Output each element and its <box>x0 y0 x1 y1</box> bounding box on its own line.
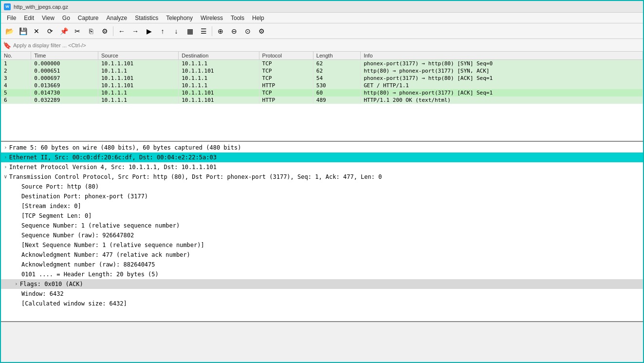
detail-text: Frame 5: 60 bytes on wire (480 bits), 60… <box>9 143 241 152</box>
detail-line[interactable]: [TCP Segment Len: 0] <box>1 211 643 221</box>
app-icon: W <box>4 3 11 10</box>
detail-line[interactable]: ›Internet Protocol Version 4, Src: 10.1.… <box>1 162 643 172</box>
cell-time: 0.013669 <box>31 82 98 89</box>
cell-protocol: TCP <box>259 60 313 68</box>
menu-item-go[interactable]: Go <box>58 14 74 22</box>
up-button[interactable]: ↑ <box>156 25 169 38</box>
col-header-length: Length <box>313 52 360 60</box>
cell-destination: 10.1.1.101 <box>179 89 259 96</box>
cell-length: 62 <box>313 67 360 75</box>
menu-item-view[interactable]: View <box>38 14 58 22</box>
open-button[interactable]: 📂 <box>3 25 16 38</box>
menu-item-telephony[interactable]: Telephony <box>162 14 197 22</box>
col-header-destination: Destination <box>179 52 259 60</box>
zoom-fit-button[interactable]: ⊙ <box>241 25 254 38</box>
cell-protocol: TCP <box>259 75 313 82</box>
close-button[interactable]: ✕ <box>30 25 43 38</box>
detail-text: Transmission Control Protocol, Src Port:… <box>9 172 382 181</box>
menu-item-analyze[interactable]: Analyze <box>103 14 131 22</box>
expand-arrow-icon[interactable]: ∨ <box>4 173 7 181</box>
col-header-time: Time <box>31 52 98 60</box>
detail-line[interactable]: ›Flags: 0x010 (ACK) <box>1 279 643 289</box>
detail-text: [TCP Segment Len: 0] <box>21 211 92 220</box>
menu-item-help[interactable]: Help <box>248 14 268 22</box>
toolbar: 📂💾✕⟳📌✂⎘⚙←→▶↑↓▦☰⊕⊖⊙⚙ <box>1 23 643 39</box>
detail-line[interactable]: Source Port: http (80) <box>1 182 643 191</box>
detail-line[interactable]: [Calculated window size: 6432] <box>1 299 643 308</box>
cell-destination: 10.1.1.101 <box>179 96 259 104</box>
menu-item-statistics[interactable]: Statistics <box>131 14 162 22</box>
cell-destination: 10.1.1.1 <box>179 82 259 89</box>
detail-line[interactable]: Sequence Number (raw): 926647802 <box>1 230 643 240</box>
menu-item-capture[interactable]: Capture <box>74 14 103 22</box>
cell-source: 10.1.1.1 <box>98 67 178 75</box>
col-header-protocol: Protocol <box>259 52 313 60</box>
cut-button[interactable]: ✂ <box>71 25 84 38</box>
list-button[interactable]: ☰ <box>197 25 210 38</box>
cell-no: 4 <box>1 82 31 89</box>
back-button[interactable]: ← <box>115 25 128 38</box>
title-bar: W http_with_jpegs.cap.gz <box>1 1 643 13</box>
cell-source: 10.1.1.101 <box>98 60 178 68</box>
table-row[interactable]: 10.00000010.1.1.10110.1.1.1TCP62phonex-p… <box>1 60 643 68</box>
cell-time: 0.014730 <box>31 89 98 96</box>
detail-line[interactable]: ›Ethernet II, Src: 00:c0:df:20:6c:df, Ds… <box>1 153 643 162</box>
settings-button[interactable]: ⚙ <box>255 25 268 38</box>
expand-arrow-icon[interactable]: › <box>4 153 7 162</box>
detail-line[interactable]: Acknowledgment Number: 477 (relative ack… <box>1 250 643 260</box>
cell-no: 1 <box>1 60 31 68</box>
detail-text: Flags: 0x010 (ACK) <box>20 280 83 288</box>
filter-input[interactable] <box>13 42 641 48</box>
detail-line[interactable]: [Next Sequence Number: 1 (relative seque… <box>1 240 643 250</box>
table-row[interactable]: 40.01366910.1.1.10110.1.1.1HTTP530GET / … <box>1 82 643 89</box>
filter-icon: 🔖 <box>3 41 11 49</box>
reload-button[interactable]: ⟳ <box>44 25 56 38</box>
detail-line[interactable]: [Stream index: 0] <box>1 201 643 211</box>
detail-text: 0101 .... = Header Length: 20 bytes (5) <box>21 270 159 279</box>
detail-line[interactable]: ›Frame 5: 60 bytes on wire (480 bits), 6… <box>1 143 643 153</box>
detail-text: Sequence Number: 1 (relative sequence nu… <box>21 221 180 230</box>
properties-button[interactable]: ⚙ <box>98 25 111 38</box>
table-row[interactable]: 20.00065110.1.1.110.1.1.101TCP62http(80)… <box>1 67 643 75</box>
forward-button[interactable]: → <box>129 25 142 38</box>
expand-arrow-icon[interactable]: › <box>4 144 7 152</box>
detail-line[interactable]: Sequence Number: 1 (relative sequence nu… <box>1 221 643 230</box>
down-button[interactable]: ↓ <box>170 25 183 38</box>
table-row[interactable]: 50.01473010.1.1.110.1.1.101TCP60http(80)… <box>1 89 643 96</box>
detail-line[interactable]: ∨Transmission Control Protocol, Src Port… <box>1 172 643 182</box>
cell-length: 60 <box>313 89 360 96</box>
detail-text: [Stream index: 0] <box>21 202 81 210</box>
detail-text: Acknowledgment number (raw): 882640475 <box>21 260 155 269</box>
menu-item-edit[interactable]: Edit <box>20 14 38 22</box>
detail-line[interactable]: 0101 .... = Header Length: 20 bytes (5) <box>1 269 643 279</box>
display-button[interactable]: ▦ <box>184 25 196 38</box>
cell-source: 10.1.1.1 <box>98 96 178 104</box>
detail-line[interactable]: Window: 6432 <box>1 289 643 299</box>
expand-arrow-icon[interactable]: › <box>4 163 7 172</box>
cell-time: 0.000651 <box>31 67 98 75</box>
bookmark-button[interactable]: 📌 <box>57 25 70 38</box>
cell-length: 54 <box>313 75 360 82</box>
copy-button[interactable]: ⎘ <box>85 25 97 38</box>
zoom-in-button[interactable]: ⊕ <box>214 25 227 38</box>
toolbar-separator <box>113 26 113 36</box>
menu-item-wireless[interactable]: Wireless <box>197 14 227 22</box>
save-button[interactable]: 💾 <box>17 25 29 38</box>
cell-protocol: TCP <box>259 67 313 75</box>
detail-line[interactable]: Acknowledgment number (raw): 882640475 <box>1 260 643 269</box>
detail-text: Destination Port: phonex-port (3177) <box>21 192 148 201</box>
menu-item-tools[interactable]: Tools <box>227 14 248 22</box>
detail-text: Source Port: http (80) <box>21 182 99 191</box>
play-button[interactable]: ▶ <box>143 25 155 38</box>
cell-info: phonex-port(3177) → http(80) [SYN] Seq=0 <box>361 60 643 68</box>
cell-info: http(80) → phonex-port(3177) [ACK] Seq=1 <box>361 89 643 96</box>
cell-source: 10.1.1.101 <box>98 75 178 82</box>
detail-text: Window: 6432 <box>21 289 64 298</box>
zoom-out-button[interactable]: ⊖ <box>228 25 240 38</box>
cell-length: 62 <box>313 60 360 68</box>
expand-arrow-icon[interactable]: › <box>15 280 18 288</box>
table-row[interactable]: 60.03228910.1.1.110.1.1.101HTTP489HTTP/1… <box>1 96 643 104</box>
detail-line[interactable]: Destination Port: phonex-port (3177) <box>1 191 643 201</box>
table-row[interactable]: 30.00069710.1.1.10110.1.1.1TCP54phonex-p… <box>1 75 643 82</box>
menu-item-file[interactable]: File <box>3 14 20 22</box>
